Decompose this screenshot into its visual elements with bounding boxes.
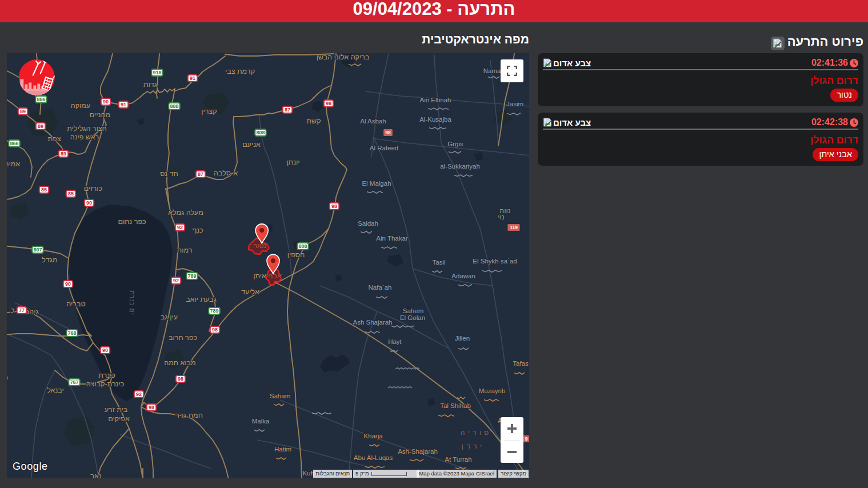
svg-text:77: 77 — [19, 307, 25, 313]
svg-text:807: 807 — [33, 247, 42, 253]
svg-text:מגדל: מגדל — [42, 256, 57, 264]
svg-text:חד נס: חד נס — [160, 170, 178, 178]
svg-text:El Malgah: El Malgah — [362, 180, 391, 187]
svg-text:90: 90 — [65, 281, 71, 287]
svg-text:רמות: רמות — [177, 246, 193, 254]
svg-text:נוי: נוי — [498, 213, 504, 221]
svg-text:עין גב: עין גב — [161, 313, 178, 321]
svg-text:ס ו ר י ה: ס ו ר י ה — [461, 429, 489, 437]
svg-text:808: 808 — [256, 130, 265, 135]
svg-text:Jillen: Jillen — [455, 335, 470, 342]
svg-text:א-סלבה: א-סלבה — [214, 169, 238, 177]
svg-text:At Turrah: At Turrah — [445, 456, 471, 463]
svg-text:Al Rafeed: Al Rafeed — [370, 145, 399, 151]
svg-text:al-Sukkariyah: al-Sukkariyah — [440, 163, 480, 170]
svg-text:Nama: Nama — [483, 67, 501, 74]
svg-text:בריקה אלוני הבשן: בריקה אלוני הבשן — [317, 53, 370, 61]
svg-text:Ash Shajarah: Ash Shajarah — [353, 319, 392, 326]
svg-text:98: 98 — [326, 101, 331, 106]
svg-text:918: 918 — [153, 70, 161, 75]
svg-text:כינרת-קבוצה: כינרת-קבוצה — [86, 380, 125, 388]
svg-text:Tal Shihab: Tal Shihab — [440, 402, 471, 409]
svg-text:789: 789 — [210, 308, 218, 314]
svg-text:חצור הגלילית: חצור הגלילית — [67, 125, 107, 133]
svg-text:Hayt: Hayt — [388, 338, 402, 345]
svg-text:89: 89 — [61, 151, 66, 157]
svg-text:קצרין: קצרין — [201, 107, 217, 115]
svg-text:89: 89 — [38, 123, 43, 129]
svg-text:מחניים: מחניים — [90, 111, 110, 119]
svg-text:866: 866 — [10, 141, 18, 146]
svg-text:Ash-Shajarah: Ash-Shajarah — [398, 448, 438, 455]
svg-text:כורזים: כורזים — [84, 185, 102, 193]
svg-text:כ: כ — [11, 306, 15, 314]
svg-text:Tasil: Tasil — [432, 259, 445, 266]
svg-text:768: 768 — [67, 330, 76, 336]
svg-text:Grgis: Grgis — [447, 141, 463, 147]
svg-text:Ain Eltinah: Ain Eltinah — [420, 97, 451, 103]
svg-text:767: 767 — [70, 379, 78, 385]
svg-text:צפת: צפת — [47, 135, 61, 143]
svg-text:Sahem: Sahem — [403, 307, 423, 314]
svg-text:מבוא חמה: מבוא חמה — [164, 359, 195, 367]
svg-text:בית זרע: בית זרע — [105, 406, 128, 414]
svg-text:Nafa`ah: Nafa`ah — [369, 284, 392, 291]
svg-text:Adawan: Adawan — [451, 273, 475, 279]
svg-text:98: 98 — [385, 130, 391, 135]
svg-text:מעלה גמלא: מעלה גמלא — [168, 209, 203, 217]
svg-text:98: 98 — [331, 203, 337, 209]
svg-text:90: 90 — [86, 200, 92, 206]
svg-text:98: 98 — [212, 327, 218, 333]
svg-text:Tafas: Tafas — [513, 360, 529, 367]
svg-text:חספין: חספין — [287, 251, 305, 259]
svg-text:Saham: Saham — [270, 393, 290, 399]
svg-text:חמת גדר: חמת גדר — [175, 411, 203, 419]
svg-text:89: 89 — [20, 109, 26, 114]
svg-text:98: 98 — [149, 405, 154, 410]
svg-text:98: 98 — [178, 376, 183, 382]
svg-text:808: 808 — [298, 243, 307, 249]
svg-text:כפ: כפ — [7, 374, 8, 382]
svg-text:יונתן: יונתן — [286, 158, 299, 166]
svg-text:כנף: כנף — [192, 226, 203, 234]
svg-text:Hatim: Hatim — [274, 446, 291, 453]
svg-text:גדות: גדות — [143, 81, 157, 89]
svg-text:גבעת יואב: גבעת יואב — [186, 295, 217, 303]
svg-text:85: 85 — [68, 191, 74, 197]
svg-text:886: 886 — [37, 97, 45, 102]
svg-text:90: 90 — [103, 99, 109, 105]
svg-text:91: 91 — [190, 75, 195, 81]
svg-text:Saidah: Saidah — [358, 220, 378, 227]
svg-text:אניעם: אניעם — [242, 141, 261, 149]
svg-text:91: 91 — [121, 102, 126, 107]
svg-text:כינרת: כינרת — [98, 371, 115, 379]
svg-text:119: 119 — [510, 225, 518, 230]
svg-text:El Golan: El Golan — [400, 314, 425, 321]
svg-text:Malka: Malka — [252, 418, 270, 425]
svg-text:ראש פינה: ראש פינה — [70, 133, 99, 141]
svg-text:כפר נחום: כפר נחום — [118, 218, 146, 226]
svg-text:טבריה: טבריה — [66, 300, 85, 308]
svg-text:90: 90 — [102, 347, 108, 353]
svg-text:Muzayrib: Muzayrib — [479, 387, 506, 394]
svg-text:Jasim: Jasim — [506, 101, 523, 107]
svg-text:נאר: נאר — [90, 472, 101, 478]
svg-text:87: 87 — [285, 107, 290, 113]
svg-text:85: 85 — [41, 187, 47, 193]
svg-text:קשת: קשת — [306, 117, 321, 125]
svg-text:92: 92 — [177, 225, 183, 230]
svg-text:ים כנרת: ים כנרת — [129, 290, 135, 315]
svg-text:Abu Al-Luqas: Abu Al-Luqas — [354, 454, 393, 461]
svg-text:Al Asbah: Al Asbah — [360, 118, 386, 125]
svg-text:888: 888 — [170, 103, 178, 109]
svg-text:9: 9 — [525, 436, 528, 442]
svg-text:יבנאל: יבנאל — [47, 386, 64, 394]
svg-text:Al-Kusajba: Al-Kusajba — [419, 116, 451, 123]
svg-text:87: 87 — [198, 171, 203, 177]
svg-text:אמיר: אמיר — [7, 160, 20, 168]
svg-text:El Shykh sa´ad: El Shykh sa´ad — [473, 258, 517, 265]
svg-text:אליעד: אליעד — [241, 288, 259, 296]
svg-text:Kharja: Kharja — [363, 433, 383, 439]
svg-text:Ain Thakar: Ain Thakar — [376, 235, 408, 242]
svg-text:אפיקים: אפיקים — [108, 415, 130, 423]
